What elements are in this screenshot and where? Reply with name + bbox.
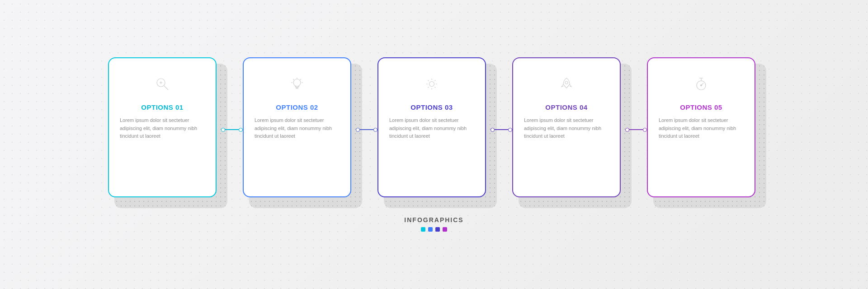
svg-line-1 (164, 86, 168, 90)
connector-2 (356, 129, 377, 130)
card-title-5: OPTIONS 05 (680, 103, 722, 111)
svg-point-4 (293, 79, 301, 86)
card-text-1: Lorem ipsum dolor sit sectetuer adipisci… (120, 117, 205, 140)
footer: INFOGRAPHICS (404, 216, 463, 232)
lightbulb-icon (288, 75, 306, 94)
card-title-3: OPTIONS 03 (410, 103, 453, 111)
card-wrapper-4: OPTIONS 04Lorem ipsum dolor sit sectetue… (512, 57, 625, 202)
card-title-4: OPTIONS 04 (545, 103, 587, 111)
footer-title: INFOGRAPHICS (404, 216, 463, 224)
connector-dot-right-4 (643, 128, 647, 132)
cards-row: OPTIONS 01Lorem ipsum dolor sit sectetue… (108, 57, 760, 202)
card-wrapper-3: OPTIONS 03Lorem ipsum dolor sit sectetue… (377, 57, 491, 202)
card-1: OPTIONS 01Lorem ipsum dolor sit sectetue… (108, 57, 217, 197)
card-3: OPTIONS 03Lorem ipsum dolor sit sectetue… (377, 57, 486, 197)
connector-dot-right-2 (373, 128, 377, 132)
svg-line-10 (300, 79, 301, 80)
footer-dot-2 (428, 227, 433, 232)
main-container: OPTIONS 01Lorem ipsum dolor sit sectetue… (0, 0, 868, 289)
card-wrapper-1: OPTIONS 01Lorem ipsum dolor sit sectetue… (108, 57, 221, 202)
timer-icon (693, 75, 710, 94)
card-4: OPTIONS 04Lorem ipsum dolor sit sectetue… (512, 57, 621, 197)
connector-dot-left-1 (221, 128, 225, 132)
card-2: OPTIONS 02Lorem ipsum dolor sit sectetue… (243, 57, 351, 197)
card-title-1: OPTIONS 01 (141, 103, 183, 111)
svg-point-19 (701, 85, 702, 86)
card-text-4: Lorem ipsum dolor sit sectetuer adipisci… (524, 117, 609, 140)
connector-dot-left-3 (491, 128, 495, 132)
card-wrapper-5: OPTIONS 05Lorem ipsum dolor sit sectetue… (647, 57, 760, 202)
card-text-2: Lorem ipsum dolor sit sectetuer adipisci… (255, 117, 340, 140)
card-wrapper-2: OPTIONS 02Lorem ipsum dolor sit sectetue… (243, 57, 356, 202)
svg-point-14 (429, 82, 434, 87)
footer-dot-1 (421, 227, 425, 232)
connector-dot-left-2 (356, 128, 360, 132)
gear-icon (423, 75, 440, 94)
card-text-3: Lorem ipsum dolor sit sectetuer adipisci… (389, 117, 474, 140)
svg-line-11 (293, 79, 294, 80)
card-text-5: Lorem ipsum dolor sit sectetuer adipisci… (659, 117, 744, 140)
svg-point-15 (565, 81, 568, 84)
footer-dots (421, 227, 447, 232)
rocket-icon (558, 75, 575, 94)
card-title-2: OPTIONS 02 (276, 103, 318, 111)
connector-4 (625, 129, 647, 130)
connector-dot-left-4 (625, 128, 629, 132)
footer-dot-4 (443, 227, 447, 232)
footer-dot-3 (435, 227, 440, 232)
connector-1 (221, 129, 243, 130)
connector-dot-right-3 (508, 128, 512, 132)
connector-dot-right-1 (239, 128, 243, 132)
search-icon (154, 75, 171, 94)
connector-3 (491, 129, 512, 130)
card-5: OPTIONS 05Lorem ipsum dolor sit sectetue… (647, 57, 755, 197)
